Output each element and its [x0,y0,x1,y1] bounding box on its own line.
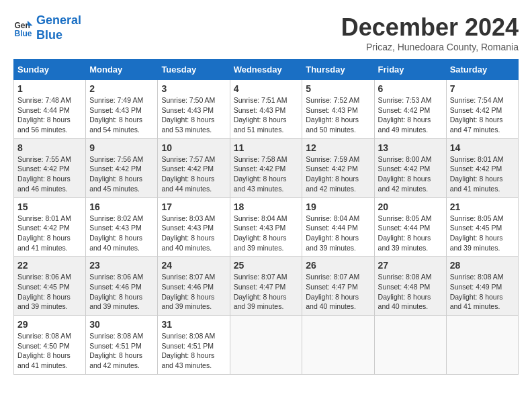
calendar-cell: 20 Sunrise: 8:05 AMSunset: 4:44 PMDaylig… [374,197,446,257]
day-info: Sunrise: 8:04 AMSunset: 4:44 PMDaylight:… [306,214,359,252]
day-number: 8 [17,142,82,153]
day-number: 25 [234,260,299,271]
day-info: Sunrise: 8:06 AMSunset: 4:45 PMDaylight:… [17,273,71,310]
calendar-cell: 22 Sunrise: 8:06 AMSunset: 4:45 PMDaylig… [14,257,86,316]
calendar-cell: 19 Sunrise: 8:04 AMSunset: 4:44 PMDaylig… [302,197,374,257]
day-info: Sunrise: 8:05 AMSunset: 4:45 PMDaylight:… [450,214,504,252]
day-number: 11 [234,142,299,153]
calendar-cell: 3 Sunrise: 7:50 AMSunset: 4:43 PMDayligh… [158,80,230,139]
location: Pricaz, Hunedoara County, Romania [341,42,519,52]
calendar-cell: 4 Sunrise: 7:51 AMSunset: 4:43 PMDayligh… [230,80,302,139]
day-number: 15 [17,201,82,212]
calendar-cell: 1 Sunrise: 7:48 AMSunset: 4:44 PMDayligh… [14,80,86,139]
logo-text: GeneralBlue [36,13,81,42]
day-info: Sunrise: 7:48 AMSunset: 4:44 PMDaylight:… [17,96,71,134]
calendar-row: 8 Sunrise: 7:55 AMSunset: 4:42 PMDayligh… [14,138,519,197]
calendar-cell: 24 Sunrise: 8:07 AMSunset: 4:46 PMDaylig… [158,257,230,316]
day-info: Sunrise: 8:01 AMSunset: 4:42 PMDaylight:… [450,155,504,193]
calendar-cell: 16 Sunrise: 8:02 AMSunset: 4:43 PMDaylig… [86,197,158,257]
calendar-cell: 27 Sunrise: 8:08 AMSunset: 4:48 PMDaylig… [374,257,446,316]
header-row: SundayMondayTuesdayWednesdayThursdayFrid… [14,60,519,80]
day-info: Sunrise: 8:08 AMSunset: 4:50 PMDaylight:… [17,332,71,369]
day-number: 10 [161,142,226,153]
day-info: Sunrise: 7:52 AMSunset: 4:43 PMDaylight:… [306,96,359,134]
day-info: Sunrise: 8:01 AMSunset: 4:42 PMDaylight:… [17,214,71,252]
day-number: 30 [89,319,154,330]
day-number: 26 [306,260,370,271]
day-info: Sunrise: 8:08 AMSunset: 4:49 PMDaylight:… [450,273,504,310]
day-number: 7 [450,83,515,94]
day-number: 14 [450,142,515,153]
calendar-cell [302,316,374,375]
calendar-cell: 15 Sunrise: 8:01 AMSunset: 4:42 PMDaylig… [14,197,86,257]
calendar-cell [374,316,446,375]
day-info: Sunrise: 7:58 AMSunset: 4:42 PMDaylight:… [234,155,287,193]
col-header-thursday: Thursday [302,60,374,80]
day-info: Sunrise: 7:53 AMSunset: 4:42 PMDaylight:… [378,96,432,134]
day-number: 23 [89,260,154,271]
day-info: Sunrise: 8:07 AMSunset: 4:47 PMDaylight:… [234,273,287,310]
day-info: Sunrise: 8:00 AMSunset: 4:42 PMDaylight:… [378,155,432,193]
day-info: Sunrise: 7:55 AMSunset: 4:42 PMDaylight:… [17,155,71,193]
day-number: 5 [306,83,370,94]
calendar-cell: 13 Sunrise: 8:00 AMSunset: 4:42 PMDaylig… [374,138,446,197]
day-number: 1 [17,83,82,94]
day-info: Sunrise: 8:07 AMSunset: 4:46 PMDaylight:… [161,273,215,310]
day-number: 2 [89,83,154,94]
day-number: 29 [17,319,82,330]
col-header-sunday: Sunday [14,60,86,80]
calendar-cell: 28 Sunrise: 8:08 AMSunset: 4:49 PMDaylig… [446,257,518,316]
day-info: Sunrise: 7:54 AMSunset: 4:42 PMDaylight:… [450,96,504,134]
day-info: Sunrise: 8:08 AMSunset: 4:51 PMDaylight:… [161,332,215,369]
day-number: 22 [17,260,82,271]
title-block: December 2024 Pricaz, Hunedoara County, … [341,13,519,52]
day-info: Sunrise: 7:59 AMSunset: 4:42 PMDaylight:… [306,155,359,193]
calendar-row: 15 Sunrise: 8:01 AMSunset: 4:42 PMDaylig… [14,197,519,257]
day-number: 3 [161,83,226,94]
day-info: Sunrise: 7:51 AMSunset: 4:43 PMDaylight:… [234,96,287,134]
calendar-table: SundayMondayTuesdayWednesdayThursdayFrid… [13,59,519,375]
day-info: Sunrise: 7:50 AMSunset: 4:43 PMDaylight:… [161,96,215,134]
day-number: 13 [378,142,443,153]
day-info: Sunrise: 8:05 AMSunset: 4:44 PMDaylight:… [378,214,432,252]
col-header-wednesday: Wednesday [230,60,302,80]
calendar-row: 22 Sunrise: 8:06 AMSunset: 4:45 PMDaylig… [14,257,519,316]
day-info: Sunrise: 8:07 AMSunset: 4:47 PMDaylight:… [306,273,359,310]
day-number: 28 [450,260,515,271]
logo-icon: Gen Blue [13,18,34,38]
month-title: December 2024 [341,13,519,42]
day-number: 18 [234,201,299,212]
calendar-cell: 2 Sunrise: 7:49 AMSunset: 4:43 PMDayligh… [86,80,158,139]
day-number: 9 [89,142,154,153]
calendar-cell: 9 Sunrise: 7:56 AMSunset: 4:42 PMDayligh… [86,138,158,197]
col-header-tuesday: Tuesday [158,60,230,80]
calendar-cell: 11 Sunrise: 7:58 AMSunset: 4:42 PMDaylig… [230,138,302,197]
calendar-cell: 23 Sunrise: 8:06 AMSunset: 4:46 PMDaylig… [86,257,158,316]
calendar-cell [230,316,302,375]
day-number: 6 [378,83,443,94]
day-info: Sunrise: 7:57 AMSunset: 4:42 PMDaylight:… [161,155,215,193]
col-header-monday: Monday [86,60,158,80]
day-number: 20 [378,201,443,212]
calendar-cell [446,316,518,375]
day-info: Sunrise: 8:04 AMSunset: 4:43 PMDaylight:… [234,214,287,252]
calendar-cell: 7 Sunrise: 7:54 AMSunset: 4:42 PMDayligh… [446,80,518,139]
day-info: Sunrise: 8:02 AMSunset: 4:43 PMDaylight:… [89,214,143,252]
day-number: 4 [234,83,299,94]
day-info: Sunrise: 8:06 AMSunset: 4:46 PMDaylight:… [89,273,143,310]
day-number: 12 [306,142,370,153]
day-number: 16 [89,201,154,212]
day-number: 17 [161,201,226,212]
calendar-cell: 5 Sunrise: 7:52 AMSunset: 4:43 PMDayligh… [302,80,374,139]
day-number: 31 [161,319,226,330]
logo: Gen Blue GeneralBlue [13,13,81,42]
calendar-cell: 17 Sunrise: 8:03 AMSunset: 4:43 PMDaylig… [158,197,230,257]
calendar-cell: 21 Sunrise: 8:05 AMSunset: 4:45 PMDaylig… [446,197,518,257]
calendar-cell: 10 Sunrise: 7:57 AMSunset: 4:42 PMDaylig… [158,138,230,197]
calendar-cell: 18 Sunrise: 8:04 AMSunset: 4:43 PMDaylig… [230,197,302,257]
col-header-friday: Friday [374,60,446,80]
svg-text:Blue: Blue [15,29,32,38]
day-info: Sunrise: 8:08 AMSunset: 4:51 PMDaylight:… [89,332,143,369]
calendar-cell: 29 Sunrise: 8:08 AMSunset: 4:50 PMDaylig… [14,316,86,375]
day-info: Sunrise: 8:08 AMSunset: 4:48 PMDaylight:… [378,273,432,310]
